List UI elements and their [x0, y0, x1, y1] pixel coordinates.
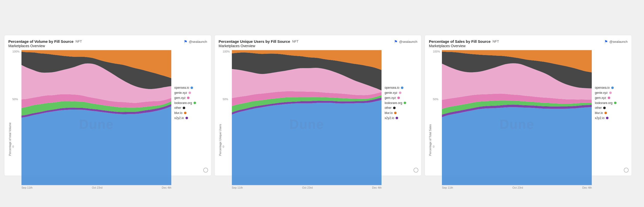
legend-dot	[603, 107, 606, 109]
legend-dot	[611, 86, 614, 89]
legend-dot	[187, 97, 190, 99]
author-name: @sealaunch	[399, 40, 417, 44]
y-tick: 100%	[433, 50, 440, 53]
chart-title: Percentage of Volume by Fill Source	[8, 39, 74, 44]
legend-item: other	[174, 106, 207, 110]
legend-label: gem.xyz	[385, 96, 396, 100]
card-header: Percentage Unique Users by Fill Source N…	[219, 39, 417, 48]
card-subtitle: Marketplaces Overview	[219, 44, 299, 48]
card-header: Percentage of Volume by Fill Source NFT …	[8, 39, 207, 48]
chart-wrapper: 100%50%0 Dune Sep 11thOct 23rdDec 4th	[12, 50, 172, 156]
author-icon: ⚑	[184, 39, 187, 44]
card-title-block: Percentage of Sales by Fill Source NFT M…	[429, 39, 499, 48]
card-title-line1: Percentage of Volume by Fill Source NFT	[8, 39, 82, 44]
legend-label: opensea.io	[174, 86, 189, 89]
chart-legend: opensea.io genie.xyz gem.xyz	[595, 50, 627, 156]
legend-dot	[184, 112, 187, 114]
legend-item: x2y2.io	[385, 116, 417, 120]
author-name: @sealaunch	[189, 40, 207, 44]
y-tick: 0	[223, 145, 230, 148]
legend-dot	[614, 101, 616, 104]
chart-and-legend: 100%50%0 Dune Sep 11thOct 23rdDec 4th	[223, 50, 417, 156]
x-tick: Oct 23rd	[302, 186, 313, 189]
legend-label: genie.xyz	[174, 91, 187, 95]
y-tick: 0	[433, 145, 440, 148]
legend-dot	[393, 107, 396, 109]
legend-item: x2y2.io	[174, 116, 207, 120]
legend-item: blur.io	[174, 111, 207, 115]
card-subtitle: Marketplaces Overview	[8, 44, 82, 48]
legend-item: gem.xyz	[595, 96, 627, 100]
author-icon: ⚑	[394, 39, 398, 44]
legend-item: gem.xyz	[174, 96, 207, 100]
legend-item: looksrare.org	[385, 101, 417, 105]
legend-item: x2y2.io	[595, 116, 627, 120]
card-header: Percentage of Sales by Fill Source NFT M…	[429, 39, 628, 48]
y-axis-label: Percentage of total Volume	[8, 50, 11, 156]
legend-dot	[404, 101, 406, 104]
chart-legend: opensea.io genie.xyz gem.xyz	[174, 50, 207, 156]
legend-item: opensea.io	[385, 86, 417, 89]
x-tick: Sep 11th	[442, 186, 453, 189]
x-tick: Oct 23rd	[512, 186, 523, 189]
legend-dot	[189, 92, 191, 94]
legend-dot	[401, 86, 403, 89]
legend-item: genie.xyz	[595, 91, 627, 95]
chart-card-sales: Percentage of Sales by Fill Source NFT M…	[425, 35, 632, 176]
x-axis: Sep 11thOct 23rdDec 4th	[442, 185, 592, 189]
x-tick: Sep 11th	[232, 186, 243, 189]
legend-label: other	[174, 106, 181, 110]
check-icon: ◯	[203, 167, 208, 173]
x-axis: Sep 11thOct 23rdDec 4th	[232, 185, 382, 189]
author-block: ⚑ @sealaunch	[604, 39, 627, 44]
legend-label: opensea.io	[595, 86, 610, 89]
legend-label: genie.xyz	[385, 91, 397, 95]
author-block: ⚑ @sealaunch	[184, 39, 207, 44]
legend-dot	[186, 117, 188, 119]
legend-item: looksrare.org	[595, 101, 627, 105]
card-title-block: Percentage Unique Users by Fill Source N…	[219, 39, 299, 48]
x-axis: Sep 11thOct 23rdDec 4th	[21, 185, 171, 189]
legend-dot	[191, 86, 193, 89]
y-tick: 50%	[433, 98, 440, 101]
chart-and-legend: 100%50%0 Dune Sep 11thOct 23rdDec 4th	[12, 50, 207, 156]
svg-container: Dune	[442, 50, 592, 185]
y-ticks: 100%50%0	[433, 50, 440, 148]
card-title-line1: Percentage of Sales by Fill Source NFT	[429, 39, 499, 44]
author-icon: ⚑	[604, 39, 608, 44]
legend-item: gem.xyz	[385, 96, 417, 100]
legend-label: looksrare.org	[174, 101, 192, 105]
legend-dot	[193, 101, 196, 104]
legend-dot	[397, 97, 400, 99]
legend-label: x2y2.io	[595, 116, 604, 120]
y-axis-label: Percentage Unique Users	[219, 50, 222, 156]
legend-label: blur.io	[385, 111, 393, 115]
legend-item: blur.io	[595, 111, 627, 115]
x-tick: Dec 4th	[372, 186, 382, 189]
y-axis-label: Percentage of Total Sales	[429, 50, 432, 156]
chart-area: Percentage of Total Sales 100%50%0 Dune	[429, 50, 628, 156]
y-ticks: 100%50%0	[12, 50, 20, 148]
legend-dot	[394, 112, 397, 114]
legend-label: blur.io	[174, 111, 182, 115]
nft-badge: NFT	[493, 40, 499, 43]
check-icon: ◯	[624, 167, 629, 173]
y-tick: 100%	[223, 50, 230, 53]
chart-area: Percentage of total Volume 100%50%0 Dune	[8, 50, 207, 156]
svg-container: Dune	[232, 50, 382, 185]
check-icon: ◯	[413, 167, 418, 173]
chart-title: Percentage of Sales by Fill Source	[429, 39, 491, 44]
card-title-line1: Percentage Unique Users by Fill Source N…	[219, 39, 299, 44]
chart-card-volume: Percentage of Volume by Fill Source NFT …	[4, 35, 211, 176]
y-tick: 100%	[12, 50, 20, 53]
legend-label: gem.xyz	[174, 96, 186, 100]
chart-card-users: Percentage Unique Users by Fill Source N…	[214, 35, 422, 176]
y-tick: 50%	[223, 98, 230, 101]
legend-item: other	[595, 106, 627, 110]
author-block: ⚑ @sealaunch	[394, 39, 417, 44]
legend-label: looksrare.org	[385, 101, 402, 105]
legend-dot	[604, 112, 607, 114]
nft-badge: NFT	[292, 40, 298, 43]
chart-title: Percentage Unique Users by Fill Source	[219, 39, 290, 44]
y-tick: 50%	[12, 98, 20, 101]
